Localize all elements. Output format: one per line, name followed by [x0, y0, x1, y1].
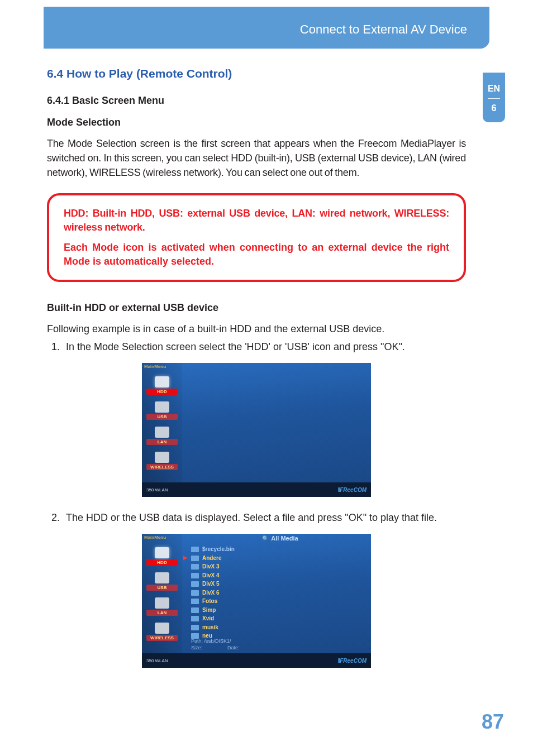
mode-hdd-2: HDD	[142, 547, 182, 566]
wireless-icon	[155, 452, 169, 463]
folder-icon	[191, 625, 199, 630]
subsection-heading: 6.4.1 Basic Screen Menu	[47, 95, 466, 107]
mode-lan-2: LAN	[142, 597, 182, 616]
brand-logo-2: IIFReeCOM	[338, 658, 367, 664]
example-paragraph: Following example is in case of a built-…	[47, 322, 466, 336]
steps-list: In the Mode Selection screen select the …	[47, 339, 466, 354]
file-name-5: DivX 6	[202, 588, 220, 597]
file-name-4: DivX 5	[202, 580, 220, 588]
path-info: Path: /usb/DISK1/ Size: Date:	[191, 638, 365, 651]
hdd-label-2: HDD	[146, 559, 178, 566]
folder-icon	[191, 607, 199, 613]
side-tab: EN 6	[483, 73, 505, 122]
all-media-text: All Media	[271, 535, 298, 542]
screenshot-1-wrap: MainMenu HDD USB LAN WIRELESS	[47, 363, 466, 499]
screenshot-2-wrap: MainMenu 🔍All Media ▶ HDD USB LAN	[47, 534, 466, 670]
file-list: $recycle.bin Andere DivX 3 DivX 4 DivX 5…	[191, 545, 365, 640]
file-row-4: DivX 5	[191, 580, 365, 588]
mode-wireless-2: WIRELESS	[142, 623, 182, 641]
callout-line-2: Each Mode icon is activated when connect…	[64, 241, 449, 269]
file-row-6: Fotos	[191, 597, 365, 606]
step-2: The HDD or the USB data is displayed. Se…	[63, 510, 466, 525]
usb-icon-2	[155, 572, 169, 583]
built-in-heading: Built-in HDD or external USB device	[47, 302, 466, 314]
file-row-5: DivX 6	[191, 588, 365, 597]
mode-hdd: HDD	[142, 376, 182, 395]
hdd-icon-2	[155, 547, 169, 558]
brand-text-1: FReeCOM	[340, 487, 367, 493]
file-name-9: musik	[202, 623, 218, 632]
hdd-icon	[155, 376, 169, 387]
callout-line-1: HDD: Built-in HDD, USB: external USB dev…	[64, 207, 449, 235]
date-label: Date:	[227, 645, 240, 650]
brand-logo-1: IIFReeCOM	[338, 487, 367, 493]
mode-selection-paragraph: The Mode Selection screen is the first s…	[47, 136, 466, 180]
file-name-2: DivX 3	[202, 562, 220, 571]
file-name-7: Simp	[202, 606, 216, 615]
content-area: 6.4 How to Play (Remote Control) 6.4.1 B…	[47, 67, 466, 681]
path-value: /usb/DISK1/	[204, 638, 231, 644]
file-name-8: Xvid	[202, 614, 214, 623]
usb-icon	[155, 401, 169, 413]
lan-label-2: LAN	[146, 610, 178, 616]
usb-label: USB	[146, 414, 178, 420]
callout-box: HDD: Built-in HDD, USB: external USB dev…	[47, 193, 466, 282]
mode-usb-2: USB	[142, 572, 182, 591]
folder-icon	[191, 547, 199, 552]
file-name-6: Fotos	[202, 597, 217, 606]
file-row-2: DivX 3	[191, 562, 365, 571]
file-name-3: DivX 4	[202, 571, 220, 580]
side-tab-chapter: 6	[483, 103, 505, 113]
lan-icon	[155, 427, 169, 438]
hdd-label: HDD	[146, 389, 178, 395]
file-row-7: Simp	[191, 606, 365, 615]
mode-lan: LAN	[142, 427, 182, 445]
brand-text-2: FReeCOM	[340, 658, 367, 664]
mode-selection-screenshot: MainMenu HDD USB LAN WIRELESS	[142, 363, 371, 497]
page-number: 87	[482, 710, 504, 734]
file-list-screenshot: MainMenu 🔍All Media ▶ HDD USB LAN	[142, 534, 371, 668]
mode-usb: USB	[142, 401, 182, 420]
file-row-1: Andere	[191, 554, 365, 563]
file-row-0: $recycle.bin	[191, 545, 365, 554]
section-heading: 6.4 How to Play (Remote Control)	[47, 67, 466, 80]
mode-selection-heading: Mode Selection	[47, 117, 466, 128]
file-row-8: Xvid	[191, 614, 365, 623]
file-name-1: Andere	[202, 554, 221, 563]
side-tab-divider	[488, 98, 500, 99]
wireless-label: WIRELESS	[146, 464, 178, 470]
page-header-title: Connect to External AV Device	[300, 22, 467, 36]
mode-wireless: WIRELESS	[142, 452, 182, 470]
folder-icon	[191, 590, 199, 596]
wireless-label-2: WIRELESS	[146, 635, 178, 641]
all-media-title: 🔍All Media	[189, 535, 371, 542]
folder-icon	[191, 573, 199, 578]
step-1: In the Mode Selection screen select the …	[63, 339, 466, 354]
screenshot2-footer: 350 WLAN IIFReeCOM	[142, 653, 371, 668]
file-row-9: musik	[191, 623, 365, 632]
folder-icon	[191, 616, 199, 621]
wireless-icon-2	[155, 623, 169, 634]
size-label: Size:	[191, 645, 202, 650]
folder-icon	[191, 564, 199, 570]
file-row-3: DivX 4	[191, 571, 365, 580]
side-tab-lang: EN	[483, 84, 505, 94]
lan-icon-2	[155, 597, 169, 609]
lan-label: LAN	[146, 439, 178, 445]
header-banner: Connect to External AV Device	[44, 7, 489, 49]
magnifier-icon: 🔍	[262, 535, 269, 542]
path-label: Path:	[191, 638, 203, 644]
folder-icon	[191, 599, 199, 604]
device-model-1: 350 WLAN	[146, 487, 168, 492]
file-name-0: $recycle.bin	[202, 545, 235, 554]
folder-icon	[191, 556, 199, 561]
folder-icon	[191, 581, 199, 587]
screenshot2-sidebar: HDD USB LAN WIRELESS	[142, 534, 182, 668]
device-model-2: 350 WLAN	[146, 658, 168, 663]
screenshot1-sidebar: HDD USB LAN WIRELESS	[142, 363, 182, 497]
steps-list-2: The HDD or the USB data is displayed. Se…	[47, 510, 466, 525]
usb-label-2: USB	[146, 585, 178, 591]
screenshot1-footer: 350 WLAN IIFReeCOM	[142, 482, 371, 497]
selection-pointer-icon: ▶	[183, 554, 188, 561]
